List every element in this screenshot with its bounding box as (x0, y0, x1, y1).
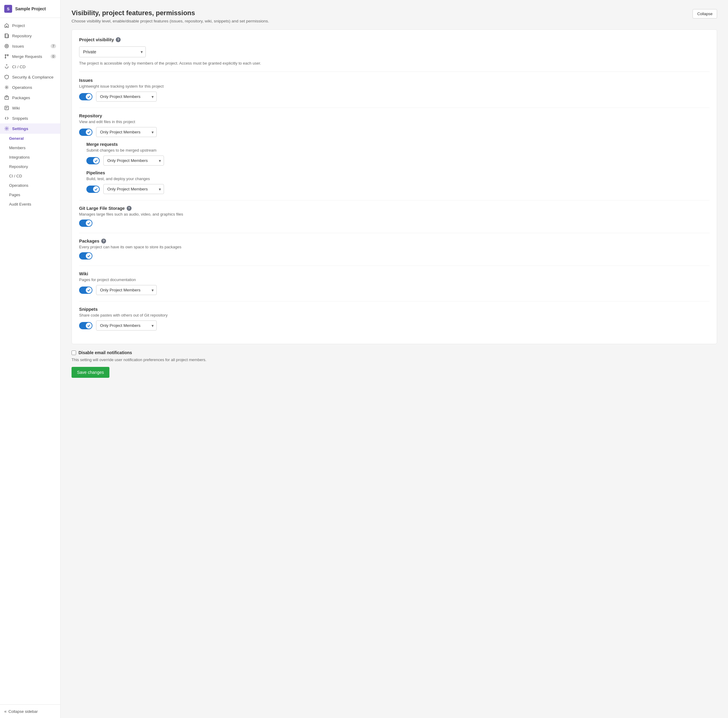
project-avatar: S (4, 5, 12, 13)
svg-point-4 (5, 57, 6, 58)
feature-packages-desc: Every project can have its own space to … (79, 245, 710, 249)
wiki-toggle[interactable] (79, 286, 92, 294)
pipelines-desc: Build, test, and deploy your changes (86, 176, 710, 181)
sidebar-item-cicd[interactable]: CI / CD (0, 61, 60, 72)
svg-point-6 (6, 87, 7, 88)
settings-subitem-general[interactable]: General (0, 134, 60, 143)
page-subtitle: Choose visibility level, enable/disable … (72, 19, 269, 23)
disable-email-label[interactable]: Disable email notifications (78, 350, 132, 355)
snippets-icon (4, 116, 9, 121)
sidebar-item-settings[interactable]: Settings (0, 123, 60, 134)
disable-email-checkbox[interactable] (72, 351, 76, 355)
visibility-section-title: Project visibility ? (79, 37, 710, 42)
settings-subitem-cicd[interactable]: CI / CD (0, 171, 60, 181)
svg-point-3 (5, 55, 6, 55)
sidebar-item-label: Snippets (12, 116, 28, 121)
visibility-help-icon[interactable]: ? (116, 37, 121, 42)
sidebar-item-packages[interactable]: Packages (0, 92, 60, 103)
sidebar-item-security[interactable]: Security & Compliance (0, 72, 60, 82)
git-lfs-toggle[interactable] (79, 219, 92, 227)
issues-select[interactable]: Only Project Members Everyone With Acces… (96, 92, 157, 101)
packages-toggle[interactable] (79, 252, 92, 260)
wiki-select[interactable]: Only Project Members Everyone With Acces… (96, 285, 157, 295)
operations-icon (4, 85, 9, 90)
toggle-knob (86, 129, 92, 135)
toggle-knob (93, 186, 99, 192)
wiki-select-wrapper: Only Project Members Everyone With Acces… (96, 285, 157, 295)
repository-toggle[interactable] (79, 129, 92, 136)
sidebar: S Sample Project Project Repository Issu… (0, 0, 61, 718)
page-title: Visibility, project features, permission… (72, 9, 269, 17)
settings-subitem-pages[interactable]: Pages (0, 190, 60, 199)
settings-subitem-operations[interactable]: Operations (0, 181, 60, 190)
save-changes-button[interactable]: Save changes (72, 367, 109, 378)
feature-repository-title: Repository (79, 113, 710, 118)
sidebar-item-repository[interactable]: Repository (0, 31, 60, 41)
visibility-select[interactable]: Private Internal Public (79, 46, 146, 57)
feature-issues-control: Only Project Members Everyone With Acces… (79, 92, 710, 101)
sidebar-item-wiki[interactable]: Wiki (0, 103, 60, 113)
sidebar-item-project[interactable]: Project (0, 20, 60, 31)
collapse-sidebar[interactable]: « Collapse sidebar (0, 704, 60, 718)
feature-packages-title: Packages ? (79, 239, 710, 243)
settings-subitem-audit-events[interactable]: Audit Events (0, 199, 60, 209)
settings-subitem-integrations[interactable]: Integrations (0, 153, 60, 162)
sidebar-item-merge-requests[interactable]: Merge Requests 0 (0, 51, 60, 61)
sidebar-item-label: Operations (12, 85, 32, 90)
page-header: Visibility, project features, permission… (72, 9, 717, 23)
sidebar-item-label: CI / CD (12, 64, 26, 69)
repository-select[interactable]: Only Project Members Everyone With Acces… (96, 127, 157, 137)
git-lfs-help-icon[interactable]: ? (127, 206, 132, 211)
feature-packages-control (79, 252, 710, 260)
email-description: This setting will override user notifica… (72, 357, 717, 362)
sidebar-item-snippets[interactable]: Snippets (0, 113, 60, 123)
package-icon (4, 95, 9, 100)
settings-submenu: General Members Integrations Repository … (0, 134, 60, 209)
sidebar-item-label: Settings (12, 126, 28, 131)
sidebar-item-issues[interactable]: Issues 7 (0, 41, 60, 51)
feature-issues-desc: Lightweight issue tracking system for th… (79, 84, 710, 89)
sidebar-item-label: Merge Requests (12, 54, 42, 59)
pipelines-select[interactable]: Only Project Members Everyone With Acces… (103, 184, 164, 194)
svg-rect-8 (5, 106, 9, 110)
packages-help-icon[interactable]: ? (101, 239, 106, 243)
svg-point-9 (6, 128, 8, 130)
sidebar-item-label: Wiki (12, 106, 20, 110)
repository-select-wrapper: Only Project Members Everyone With Acces… (96, 127, 157, 137)
merge-requests-select[interactable]: Only Project Members Everyone With Acces… (103, 156, 164, 165)
feature-snippets-title: Snippets (79, 307, 710, 312)
book-icon (4, 33, 9, 38)
issues-badge: 7 (50, 44, 56, 48)
page-header-text: Visibility, project features, permission… (72, 9, 269, 23)
sidebar-item-operations[interactable]: Operations (0, 82, 60, 92)
feature-git-lfs-desc: Manages large files such as audio, video… (79, 212, 710, 216)
feature-repository: Repository View and edit files in this p… (79, 108, 710, 194)
merge-requests-title: Merge requests (86, 142, 710, 147)
collapse-button[interactable]: Collapse (693, 9, 717, 18)
toggle-knob (86, 94, 92, 100)
snippets-toggle[interactable] (79, 322, 92, 329)
feature-snippets-control: Only Project Members Everyone With Acces… (79, 320, 710, 331)
visibility-description: The project is accessible only by member… (79, 61, 710, 66)
feature-issues: Issues Lightweight issue tracking system… (79, 78, 710, 101)
project-visibility-section: Project visibility ? Private Internal Pu… (79, 37, 710, 66)
merge-requests-toggle[interactable] (86, 157, 100, 164)
sidebar-nav: Project Repository Issues 7 Merge Reques… (0, 18, 60, 704)
merge-requests-desc: Submit changes to be merged upstream (86, 148, 710, 153)
snippets-select[interactable]: Only Project Members Everyone With Acces… (96, 320, 157, 331)
merge-requests-control: Only Project Members Everyone With Acces… (86, 156, 710, 165)
settings-subitem-repository[interactable]: Repository (0, 162, 60, 171)
svg-point-1 (5, 44, 9, 48)
issues-toggle[interactable] (79, 93, 92, 100)
pipelines-select-wrapper: Only Project Members Everyone With Acces… (103, 184, 164, 194)
feature-wiki-control: Only Project Members Everyone With Acces… (79, 285, 710, 295)
sidebar-item-label: Security & Compliance (12, 75, 54, 80)
sidebar-project-name: Sample Project (15, 6, 46, 11)
feature-repository-desc: View and edit files in this project (79, 119, 710, 124)
email-section: Disable email notifications This setting… (72, 350, 717, 378)
feature-wiki-title: Wiki (79, 271, 710, 276)
settings-subitem-members[interactable]: Members (0, 143, 60, 153)
feature-issues-title: Issues (79, 78, 710, 83)
home-icon (4, 23, 9, 28)
pipelines-toggle[interactable] (86, 185, 100, 193)
